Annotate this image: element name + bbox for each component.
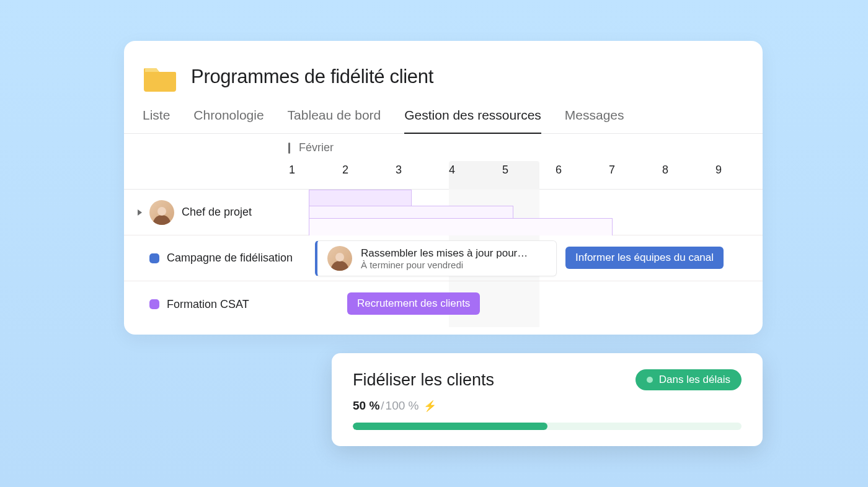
row-label: Formation CSAT <box>167 298 249 311</box>
avatar[interactable] <box>149 200 174 225</box>
task-title: Rassembler les mises à jour pour… <box>361 247 528 260</box>
timeline-header: Février 1 2 3 4 5 6 7 8 9 <box>124 134 763 190</box>
timeline-rows: Chef de projet Campagne de fidélisation … <box>124 190 763 327</box>
month-label: Février <box>299 141 334 154</box>
project-chip-icon <box>149 253 159 263</box>
workload-bar-high <box>309 190 412 207</box>
tabs: Liste Chronologie Tableau de bord Gestio… <box>124 100 763 134</box>
goal-metric: 50 % / 100 % ⚡ <box>353 399 742 413</box>
status-badge[interactable]: Dans les délais <box>636 369 742 390</box>
row-campagne: Campagne de fidélisation Rassembler les … <box>124 235 763 281</box>
project-chip-icon <box>149 299 159 309</box>
page-title: Programmes de fidélité client <box>191 66 433 88</box>
day-8: 8 <box>662 164 669 177</box>
day-numbers: 1 2 3 4 5 6 7 8 9 <box>288 164 722 177</box>
project-card: Programmes de fidélité client Liste Chro… <box>124 41 763 335</box>
status-label: Dans les délais <box>659 374 730 386</box>
tab-tableau-de-bord[interactable]: Tableau de bord <box>288 108 381 133</box>
day-9: 9 <box>715 164 722 177</box>
day-7: 7 <box>608 164 616 177</box>
row-chef-de-projet: Chef de projet <box>124 190 763 235</box>
progress-track <box>353 423 742 430</box>
goal-title: Fidéliser les clients <box>353 371 494 390</box>
row-label: Campagne de fidélisation <box>167 252 293 265</box>
day-5: 5 <box>502 164 509 177</box>
bolt-icon: ⚡ <box>423 400 436 413</box>
folder-icon <box>143 59 177 94</box>
row-formation: Formation CSAT Recrutement des clients <box>124 281 763 327</box>
card-header: Programmes de fidélité client <box>124 41 763 100</box>
progress-fill <box>353 423 547 430</box>
metric-current: 50 % <box>353 399 379 413</box>
task-pill-inform[interactable]: Informer les équipes du canal <box>565 247 724 269</box>
avatar <box>327 246 352 271</box>
metric-target: 100 % <box>386 399 419 413</box>
row-label: Chef de projet <box>182 206 252 219</box>
goal-card: Fidéliser les clients Dans les délais 50… <box>332 353 763 446</box>
day-4: 4 <box>448 164 456 177</box>
status-dot-icon <box>647 377 653 383</box>
day-3: 3 <box>395 164 402 177</box>
month-marker <box>288 143 290 154</box>
task-card[interactable]: Rassembler les mises à jour pour… À term… <box>315 240 557 276</box>
tab-messages[interactable]: Messages <box>565 108 624 133</box>
day-6: 6 <box>555 164 562 177</box>
tab-liste[interactable]: Liste <box>143 108 170 133</box>
metric-separator: / <box>381 399 384 413</box>
day-1: 1 <box>288 164 296 177</box>
day-2: 2 <box>342 164 349 177</box>
task-pill-recrutement[interactable]: Recrutement des clients <box>347 292 480 315</box>
task-subtitle: À terminer pour vendredi <box>361 260 528 270</box>
expand-caret-icon[interactable] <box>138 209 142 216</box>
workload-bar-low <box>309 218 613 235</box>
tab-chronologie[interactable]: Chronologie <box>193 108 264 133</box>
tab-gestion-ressources[interactable]: Gestion des ressources <box>404 108 541 134</box>
